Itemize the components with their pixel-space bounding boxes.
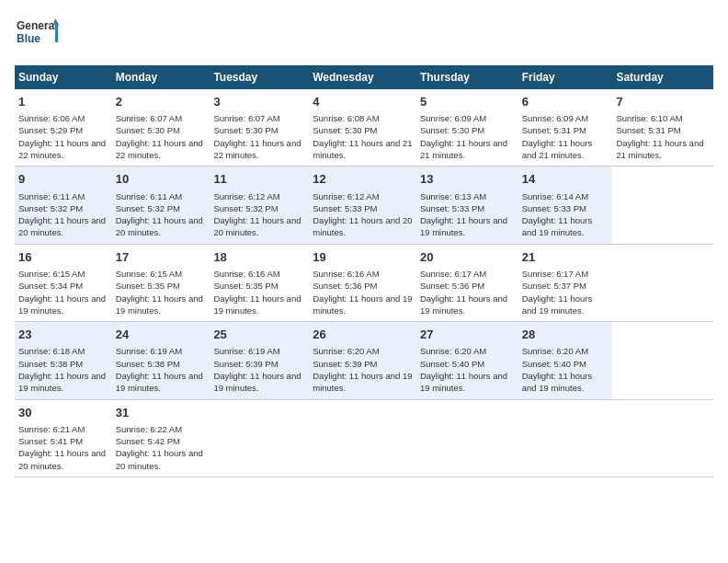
day-cell: 11Sunrise: 6:12 AMSunset: 5:32 PMDayligh…	[210, 167, 309, 244]
calendar-table: SundayMondayTuesdayWednesdayThursdayFrid…	[15, 65, 713, 477]
sunrise-label: Sunrise: 6:18 AM	[18, 346, 85, 356]
sunset-label: Sunset: 5:37 PM	[522, 281, 586, 291]
day-cell: 26Sunrise: 6:20 AMSunset: 5:39 PMDayligh…	[309, 322, 416, 399]
day-cell: 7Sunrise: 6:10 AMSunset: 5:31 PMDaylight…	[612, 89, 713, 167]
day-cell: 13Sunrise: 6:13 AMSunset: 5:33 PMDayligh…	[416, 167, 518, 244]
day-number: 14	[522, 171, 609, 188]
week-row-1: 1Sunrise: 6:06 AMSunset: 5:29 PMDaylight…	[15, 89, 713, 167]
sunrise-label: Sunrise: 6:20 AM	[420, 346, 486, 356]
header: General Blue	[15, 15, 713, 56]
day-cell: 24Sunrise: 6:19 AMSunset: 5:38 PMDayligh…	[112, 322, 210, 399]
sunrise-label: Sunrise: 6:13 AM	[420, 191, 486, 201]
daylight-label: Daylight: 11 hours and 19 minutes.	[420, 215, 507, 237]
day-number: 28	[522, 327, 609, 343]
week-row-5: 30Sunrise: 6:21 AMSunset: 5:41 PMDayligh…	[15, 399, 713, 477]
sunrise-label: Sunrise: 6:09 AM	[420, 113, 486, 123]
sunset-label: Sunset: 5:42 PM	[116, 436, 180, 446]
daylight-label: Daylight: 11 hours and 19 minutes.	[313, 371, 412, 393]
col-header-wednesday: Wednesday	[309, 65, 416, 89]
day-number: 13	[420, 171, 515, 188]
sunset-label: Sunset: 5:41 PM	[18, 436, 83, 446]
day-number: 20	[420, 249, 515, 266]
day-cell: 6Sunrise: 6:09 AMSunset: 5:31 PMDaylight…	[518, 89, 613, 167]
sunset-label: Sunset: 5:40 PM	[420, 359, 484, 369]
day-cell: 5Sunrise: 6:09 AMSunset: 5:30 PMDaylight…	[416, 89, 518, 167]
day-number: 1	[18, 94, 108, 110]
sunrise-label: Sunrise: 6:15 AM	[18, 269, 85, 279]
svg-text:Blue: Blue	[17, 32, 40, 45]
day-number: 24	[116, 327, 207, 343]
day-number: 31	[116, 405, 207, 421]
sunset-label: Sunset: 5:32 PM	[18, 203, 83, 213]
day-cell: 23Sunrise: 6:18 AMSunset: 5:38 PMDayligh…	[15, 322, 112, 399]
col-header-friday: Friday	[518, 65, 613, 89]
col-header-saturday: Saturday	[612, 65, 713, 89]
day-cell	[518, 399, 613, 477]
sunrise-label: Sunrise: 6:17 AM	[522, 269, 588, 279]
daylight-label: Daylight: 11 hours and 19 minutes.	[522, 215, 593, 237]
sunrise-label: Sunrise: 6:22 AM	[116, 424, 182, 434]
day-cell: 28Sunrise: 6:20 AMSunset: 5:40 PMDayligh…	[518, 322, 613, 399]
daylight-label: Daylight: 11 hours and 19 minutes.	[420, 371, 507, 393]
col-header-monday: Monday	[112, 65, 210, 89]
day-cell	[210, 399, 309, 477]
week-row-3: 16Sunrise: 6:15 AMSunset: 5:34 PMDayligh…	[15, 244, 713, 321]
col-header-thursday: Thursday	[416, 65, 518, 89]
day-cell	[309, 399, 416, 477]
daylight-label: Daylight: 11 hours and 19 minutes.	[116, 293, 203, 316]
day-number: 18	[213, 249, 305, 266]
sunset-label: Sunset: 5:31 PM	[522, 125, 586, 135]
daylight-label: Daylight: 11 hours and 22 minutes.	[116, 138, 203, 160]
sunset-label: Sunset: 5:30 PM	[213, 125, 278, 135]
daylight-label: Daylight: 11 hours and 21 minutes.	[420, 138, 507, 160]
sunrise-label: Sunrise: 6:20 AM	[313, 346, 379, 356]
day-number: 11	[213, 171, 305, 188]
sunrise-label: Sunrise: 6:12 AM	[213, 191, 279, 201]
col-header-sunday: Sunday	[15, 65, 112, 89]
daylight-label: Daylight: 11 hours and 20 minutes.	[116, 215, 203, 237]
day-cell: 4Sunrise: 6:08 AMSunset: 5:30 PMDaylight…	[309, 89, 416, 167]
sunrise-label: Sunrise: 6:17 AM	[420, 269, 486, 279]
day-cell: 12Sunrise: 6:12 AMSunset: 5:33 PMDayligh…	[309, 167, 416, 244]
daylight-label: Daylight: 11 hours and 20 minutes.	[313, 215, 412, 237]
daylight-label: Daylight: 11 hours and 19 minutes.	[213, 293, 301, 316]
week-row-4: 23Sunrise: 6:18 AMSunset: 5:38 PMDayligh…	[15, 322, 713, 399]
sunrise-label: Sunrise: 6:19 AM	[213, 346, 279, 356]
daylight-label: Daylight: 11 hours and 19 minutes.	[420, 293, 507, 316]
sunrise-label: Sunrise: 6:08 AM	[313, 113, 379, 123]
day-number: 3	[213, 94, 305, 110]
day-number: 30	[18, 405, 108, 421]
sunrise-label: Sunrise: 6:21 AM	[18, 424, 85, 434]
day-cell: 9Sunrise: 6:11 AMSunset: 5:32 PMDaylight…	[15, 167, 112, 244]
sunset-label: Sunset: 5:32 PM	[213, 203, 278, 213]
svg-text:General: General	[17, 19, 58, 32]
column-headers: SundayMondayTuesdayWednesdayThursdayFrid…	[15, 65, 713, 89]
day-number: 2	[116, 94, 207, 110]
sunset-label: Sunset: 5:32 PM	[116, 203, 180, 213]
day-number: 10	[116, 171, 207, 188]
sunset-label: Sunset: 5:36 PM	[313, 281, 377, 291]
daylight-label: Daylight: 11 hours and 21 minutes.	[522, 138, 593, 160]
day-cell: 18Sunrise: 6:16 AMSunset: 5:35 PMDayligh…	[210, 244, 309, 321]
col-header-tuesday: Tuesday	[210, 65, 309, 89]
daylight-label: Daylight: 11 hours and 20 minutes.	[18, 215, 106, 237]
sunset-label: Sunset: 5:39 PM	[213, 359, 278, 369]
daylight-label: Daylight: 11 hours and 19 minutes.	[213, 371, 301, 393]
day-cell: 25Sunrise: 6:19 AMSunset: 5:39 PMDayligh…	[210, 322, 309, 399]
daylight-label: Daylight: 11 hours and 22 minutes.	[213, 138, 301, 160]
sunrise-label: Sunrise: 6:11 AM	[116, 191, 182, 201]
sunset-label: Sunset: 5:40 PM	[522, 359, 586, 369]
day-number: 5	[420, 94, 515, 110]
day-number: 26	[313, 327, 413, 343]
day-cell: 27Sunrise: 6:20 AMSunset: 5:40 PMDayligh…	[416, 322, 518, 399]
day-cell: 21Sunrise: 6:17 AMSunset: 5:37 PMDayligh…	[518, 244, 613, 321]
day-cell: 10Sunrise: 6:11 AMSunset: 5:32 PMDayligh…	[112, 167, 210, 244]
day-number: 19	[313, 249, 413, 266]
sunrise-label: Sunrise: 6:09 AM	[522, 113, 588, 123]
daylight-label: Daylight: 11 hours and 19 minutes.	[116, 371, 203, 393]
sunset-label: Sunset: 5:36 PM	[420, 281, 484, 291]
sunrise-label: Sunrise: 6:10 AM	[616, 113, 682, 123]
daylight-label: Daylight: 11 hours and 19 minutes.	[18, 371, 106, 393]
day-cell: 14Sunrise: 6:14 AMSunset: 5:33 PMDayligh…	[518, 167, 613, 244]
day-number: 23	[18, 327, 108, 343]
